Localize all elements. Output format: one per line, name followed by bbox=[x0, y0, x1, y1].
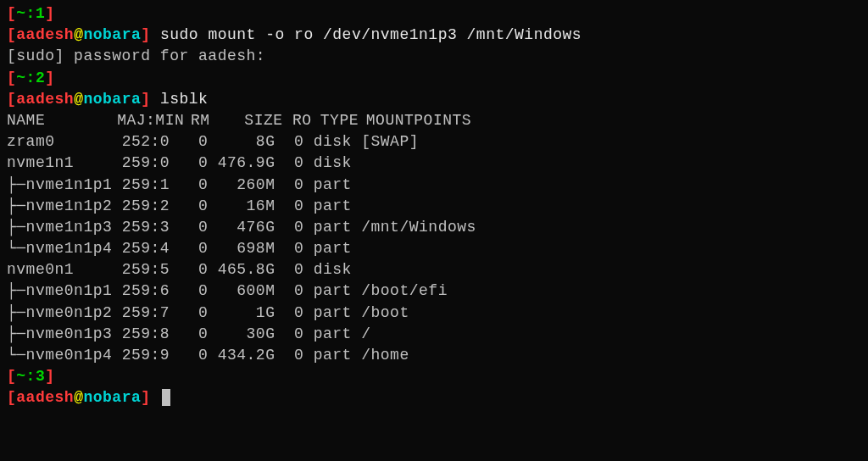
lsblk-header: NAME MAJ:MIN RM SIZE RO TYPEMOUNTPOINTS bbox=[7, 110, 861, 131]
lsblk-rm: 0 bbox=[179, 240, 208, 257]
lsblk-header-rm: RM bbox=[191, 110, 209, 131]
lsblk-row: ├─nvme0n1p2 259:7 0 1G 0 part /boot bbox=[7, 303, 861, 324]
prompt-user-3: aadesh bbox=[16, 389, 74, 406]
lsblk-row: nvme0n1 259:5 0 465.8G 0 disk bbox=[7, 259, 861, 280]
lsblk-row: zram0 252:0 0 8G 0 disk [SWAP] bbox=[7, 131, 861, 153]
lsblk-majmin: 259:4 bbox=[122, 240, 180, 257]
lsblk-mount: /boot/efi bbox=[361, 282, 448, 299]
lsblk-header-type: TYPE bbox=[320, 110, 366, 131]
lsblk-size: 698M bbox=[208, 240, 275, 257]
lsblk-name: zram0 bbox=[7, 133, 112, 150]
lsblk-row: ├─nvme0n1p1 259:6 0 600M 0 part /boot/ef… bbox=[7, 280, 861, 302]
lsblk-type: part bbox=[314, 219, 362, 236]
lsblk-type: disk bbox=[314, 154, 362, 171]
lsblk-mount: /mnt/Windows bbox=[361, 219, 476, 236]
lsblk-majmin: 252:0 bbox=[122, 133, 180, 150]
lsblk-name: nvme1n1 bbox=[7, 154, 112, 171]
lsblk-row: └─nvme1n1p4 259:4 0 698M 0 part bbox=[7, 238, 861, 259]
lsblk-header-size: SIZE bbox=[219, 110, 283, 131]
cmdnum-line-3: [~:3] bbox=[7, 366, 861, 387]
cmdnum-line-1: [~:1] bbox=[7, 3, 861, 25]
lsblk-ro: 0 bbox=[275, 133, 303, 150]
lsblk-ro: 0 bbox=[275, 240, 303, 257]
prompt-line-1[interactable]: [aadesh@nobara] sudo mount -o ro /dev/nv… bbox=[7, 25, 861, 46]
lsblk-majmin: 259:5 bbox=[122, 261, 180, 278]
prompt-host-3: nobara bbox=[83, 389, 141, 406]
lsblk-rm: 0 bbox=[179, 154, 208, 171]
lsblk-name: ├─nvme0n1p3 bbox=[7, 325, 112, 342]
lsblk-row: ├─nvme0n1p3 259:8 0 30G 0 part / bbox=[7, 324, 861, 345]
lsblk-type: disk bbox=[314, 261, 362, 278]
lsblk-name: └─nvme1n1p4 bbox=[7, 240, 112, 257]
lsblk-size: 16M bbox=[208, 197, 275, 214]
lsblk-ro: 0 bbox=[275, 304, 303, 321]
lsblk-majmin: 259:1 bbox=[122, 176, 180, 193]
lsblk-ro: 0 bbox=[275, 197, 303, 214]
cmdnum-1: ~:1 bbox=[16, 5, 45, 22]
prompt-line-2[interactable]: [aadesh@nobara] lsblk bbox=[7, 89, 861, 110]
lsblk-name: ├─nvme1n1p2 bbox=[7, 197, 112, 214]
prompt-host-1: nobara bbox=[83, 26, 141, 43]
lsblk-majmin: 259:3 bbox=[122, 219, 180, 236]
lsblk-size: 476G bbox=[208, 219, 275, 236]
command-2: lsblk bbox=[160, 91, 209, 108]
lsblk-majmin: 259:2 bbox=[122, 197, 180, 214]
lsblk-header-name: NAME bbox=[7, 110, 108, 131]
lsblk-size: 8G bbox=[208, 133, 275, 150]
lsblk-ro: 0 bbox=[275, 347, 303, 364]
lsblk-size: 260M bbox=[208, 176, 275, 193]
lsblk-majmin: 259:6 bbox=[122, 282, 180, 299]
lsblk-size: 30G bbox=[208, 325, 275, 342]
lsblk-row: nvme1n1 259:0 0 476.9G 0 disk bbox=[7, 153, 861, 174]
lsblk-name: ├─nvme0n1p1 bbox=[7, 282, 112, 299]
lsblk-majmin: 259:0 bbox=[122, 154, 180, 171]
lsblk-header-mount: MOUNTPOINTS bbox=[366, 112, 471, 129]
lsblk-row: ├─nvme1n1p3 259:3 0 476G 0 part /mnt/Win… bbox=[7, 217, 861, 238]
lsblk-rm: 0 bbox=[179, 176, 208, 193]
lsblk-rm: 0 bbox=[179, 219, 208, 236]
lsblk-name: ├─nvme1n1p1 bbox=[7, 176, 112, 193]
lsblk-mount: / bbox=[361, 325, 370, 342]
prompt-host-2: nobara bbox=[83, 91, 141, 108]
lsblk-header-ro: RO bbox=[292, 110, 311, 131]
lsblk-ro: 0 bbox=[275, 282, 303, 299]
lsblk-rm: 0 bbox=[179, 261, 208, 278]
lsblk-size: 465.8G bbox=[208, 261, 275, 278]
lsblk-header-majmin: MAJ:MIN bbox=[117, 110, 181, 131]
lsblk-type: part bbox=[314, 176, 362, 193]
lsblk-size: 434.2G bbox=[208, 347, 275, 364]
lsblk-size: 476.9G bbox=[208, 154, 275, 171]
lsblk-type: part bbox=[314, 240, 362, 257]
command-1: sudo mount -o ro /dev/nvme1n1p3 /mnt/Win… bbox=[160, 26, 581, 43]
lsblk-size: 600M bbox=[208, 282, 275, 299]
lsblk-rm: 0 bbox=[179, 282, 208, 299]
lsblk-mount: /boot bbox=[361, 304, 409, 321]
prompt-user-2: aadesh bbox=[16, 91, 74, 108]
lsblk-rm: 0 bbox=[179, 325, 208, 342]
lsblk-type: part bbox=[314, 325, 362, 342]
lsblk-rm: 0 bbox=[179, 133, 208, 150]
lsblk-rm: 0 bbox=[179, 347, 208, 364]
lsblk-ro: 0 bbox=[275, 176, 303, 193]
lsblk-ro: 0 bbox=[275, 154, 303, 171]
lsblk-mount: [SWAP] bbox=[361, 133, 419, 150]
cursor[interactable] bbox=[162, 389, 170, 406]
lsblk-type: part bbox=[314, 282, 362, 299]
prompt-line-3[interactable]: [aadesh@nobara] bbox=[7, 387, 861, 408]
lsblk-size: 1G bbox=[208, 304, 275, 321]
lsblk-rm: 0 bbox=[179, 304, 208, 321]
lsblk-type: part bbox=[314, 347, 362, 364]
lsblk-ro: 0 bbox=[275, 261, 303, 278]
lsblk-majmin: 259:9 bbox=[122, 347, 180, 364]
lsblk-rows: zram0 252:0 0 8G 0 disk [SWAP]nvme1n1 25… bbox=[7, 131, 861, 366]
lsblk-name: ├─nvme1n1p3 bbox=[7, 219, 112, 236]
cmdnum-line-2: [~:2] bbox=[7, 68, 861, 89]
cmdnum-3: ~:3 bbox=[16, 368, 45, 385]
lsblk-row: ├─nvme1n1p2 259:2 0 16M 0 part bbox=[7, 196, 861, 217]
lsblk-majmin: 259:8 bbox=[122, 325, 180, 342]
lsblk-type: disk bbox=[314, 133, 362, 150]
lsblk-ro: 0 bbox=[275, 219, 303, 236]
lsblk-row: ├─nvme1n1p1 259:1 0 260M 0 part bbox=[7, 175, 861, 196]
lsblk-ro: 0 bbox=[275, 325, 303, 342]
lsblk-mount: /home bbox=[361, 347, 409, 364]
